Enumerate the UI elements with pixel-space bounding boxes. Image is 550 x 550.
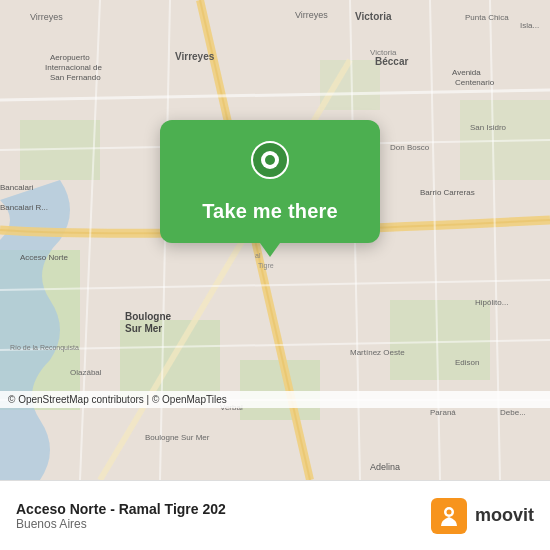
svg-text:Béccar: Béccar [375,56,408,67]
svg-text:Martínez Oeste: Martínez Oeste [350,348,405,357]
svg-text:San Isidro: San Isidro [470,123,507,132]
svg-text:Punta Chica: Punta Chica [465,13,509,22]
take-me-there-button[interactable]: Take me there [194,196,346,227]
svg-text:Victoria: Victoria [355,11,392,22]
svg-text:Olazábal: Olazábal [70,368,102,377]
svg-text:Boulogne Sur Mer: Boulogne Sur Mer [145,433,210,442]
svg-text:San Fernando: San Fernando [50,73,101,82]
svg-text:Centenario: Centenario [455,78,495,87]
svg-text:Acceso Norte: Acceso Norte [20,253,69,262]
svg-text:Bancalari: Bancalari [0,183,34,192]
svg-text:Internacional de: Internacional de [45,63,102,72]
location-subtitle: Buenos Aires [16,517,431,531]
svg-text:Aeropuerto: Aeropuerto [50,53,90,62]
svg-text:Adelina: Adelina [370,462,400,472]
svg-text:Edison: Edison [455,358,479,367]
moovit-text: moovit [475,505,534,526]
pin-icon [246,138,294,186]
svg-rect-6 [320,60,380,110]
svg-text:Victoria: Victoria [370,48,397,57]
svg-text:Barrio Carreras: Barrio Carreras [420,188,475,197]
map-container: Virreyes Virreyes Victoria Punta Chica I… [0,0,550,480]
svg-rect-3 [240,360,320,420]
svg-text:Virreyes: Virreyes [295,10,328,20]
moovit-logo: moovit [431,498,534,534]
bottom-bar: Acceso Norte - Ramal Tigre 202 Buenos Ai… [0,480,550,550]
svg-text:Don Bosco: Don Bosco [390,143,430,152]
svg-text:Tigre: Tigre [258,262,274,270]
svg-text:Virreyes: Virreyes [30,12,63,22]
svg-text:Debe...: Debe... [500,408,526,417]
svg-text:Virreyes: Virreyes [175,51,215,62]
location-title: Acceso Norte - Ramal Tigre 202 [16,501,431,517]
svg-text:Sur Mer: Sur Mer [125,323,162,334]
svg-text:Río de la Reconquista: Río de la Reconquista [10,344,79,352]
svg-text:Bancalari R...: Bancalari R... [0,203,48,212]
svg-rect-4 [390,300,490,380]
moovit-icon [431,498,467,534]
svg-text:Boulogne: Boulogne [125,311,172,322]
svg-text:Paraná: Paraná [430,408,456,417]
map-attribution: © OpenStreetMap contributors | © OpenMap… [0,391,550,408]
svg-text:Isla...: Isla... [520,21,539,30]
svg-text:Avenida: Avenida [452,68,481,77]
location-card: Take me there [160,120,380,243]
svg-text:Hipólito...: Hipólito... [475,298,508,307]
svg-point-58 [446,509,451,514]
bottom-info: Acceso Norte - Ramal Tigre 202 Buenos Ai… [16,501,431,531]
